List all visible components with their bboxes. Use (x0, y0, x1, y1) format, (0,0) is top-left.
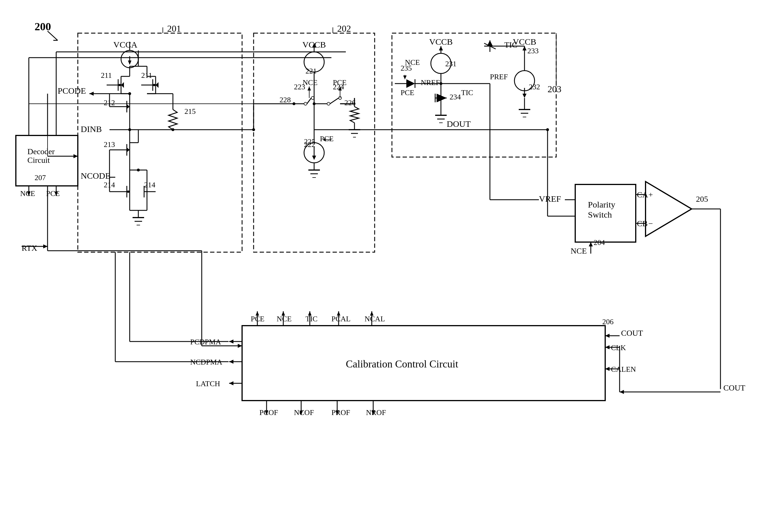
svg-point-19 (119, 84, 121, 86)
label-tic-cal: TIC (306, 315, 318, 323)
label-polarity2: Switch (588, 210, 612, 219)
label-225: 225 (304, 137, 315, 146)
label-201: 201 (167, 23, 181, 34)
label-214b: 214 (144, 181, 155, 189)
label-cout2: COUT (621, 328, 643, 338)
label-vref: VREF (539, 194, 561, 204)
label-233: 233 (527, 47, 539, 55)
label-213: 213 (104, 140, 115, 149)
label-pcode: PCODE (58, 86, 86, 95)
label-232: 232 (529, 83, 540, 91)
label-nrof: NROF (366, 408, 386, 417)
label-dout: DOUT (447, 119, 471, 128)
label-204: 204 (594, 238, 605, 247)
label-231: 231 (445, 60, 457, 68)
label-205: 205 (696, 194, 708, 204)
label-pce203: PCE (401, 89, 414, 97)
label-decoder2: Circuit (27, 156, 50, 164)
label-pce225: PCE (320, 134, 334, 143)
svg-point-124 (292, 102, 295, 105)
label-nce-cal: NCE (277, 315, 292, 323)
label-215: 215 (184, 107, 196, 116)
label-228: 228 (280, 96, 291, 104)
label-minus: − (649, 219, 653, 228)
label-nce228: NCE (303, 79, 318, 87)
label-cal: Calibration Control Circuit (346, 358, 458, 370)
label-nce204: NCE (571, 246, 587, 255)
label-tic234: TIC (461, 89, 473, 97)
label-dinb: DINB (81, 124, 102, 134)
label-polarity1: Polarity (588, 200, 615, 209)
label-ncal-cal: NCAL (365, 315, 385, 323)
label-pce224: PCE (333, 79, 347, 87)
svg-point-167 (546, 128, 549, 131)
label-ncof: NCOF (294, 408, 314, 417)
svg-point-49 (171, 128, 174, 131)
svg-point-71 (127, 190, 129, 193)
label-nref: NREF (421, 79, 440, 87)
label-plus: + (649, 190, 653, 199)
label-tic233: TIC (504, 40, 517, 49)
label-226: 226 (344, 99, 356, 107)
svg-point-27 (153, 84, 155, 86)
label-pcof: PCOF (259, 408, 278, 417)
label-pce-dec: PCE (46, 189, 60, 198)
label-nce-dec: NCE (20, 189, 35, 198)
label-vcca: VCCA (113, 40, 137, 49)
label-latch: LATCH (196, 380, 220, 388)
label-pcal-cal: PCAL (332, 315, 350, 323)
label-200: 200 (35, 21, 51, 33)
label-decoder1: Decoder (27, 147, 55, 156)
label-234: 234 (449, 93, 461, 101)
label-221: 221 (306, 67, 317, 75)
svg-rect-0 (0, 0, 783, 532)
label-vccb2a: VCCB (429, 37, 453, 46)
label-207: 207 (35, 174, 46, 182)
svg-point-75 (137, 168, 140, 171)
label-203: 203 (547, 84, 561, 94)
label-ncode: NCODE (81, 171, 111, 180)
label-rtx: RTX (22, 244, 37, 252)
label-202: 202 (337, 23, 351, 34)
label-prof: PROF (332, 408, 350, 417)
label-pref: PREF (490, 73, 508, 81)
label-nce235: NCE (405, 58, 420, 67)
label-211a: 211 (101, 71, 112, 80)
label-cout: COUT (723, 383, 745, 392)
svg-point-41 (128, 92, 131, 95)
label-206: 206 (602, 318, 614, 326)
